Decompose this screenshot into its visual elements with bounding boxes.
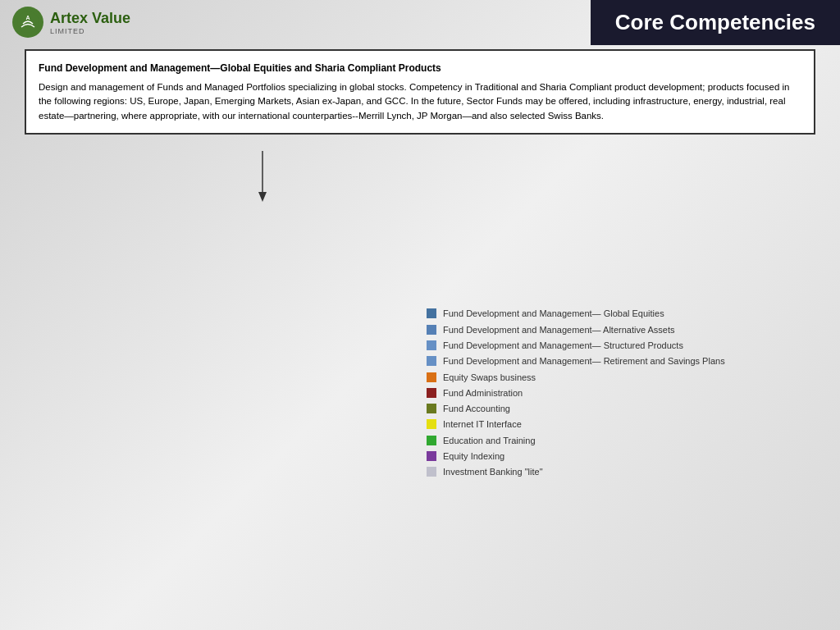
- legend-item-1: Fund Development and Management— Global …: [427, 308, 824, 319]
- legend-item-5: Equity Swaps business: [427, 372, 824, 383]
- description-body: Design and management of Funds and Manag…: [39, 80, 801, 123]
- legend-label-2: Fund Development and Management— Alterna…: [443, 324, 675, 336]
- description-box: Fund Development and Management—Global E…: [25, 49, 815, 135]
- legend-color-7: [427, 404, 436, 413]
- logo-icon: A: [12, 7, 43, 38]
- legend-item-4: Fund Development and Management— Retirem…: [427, 355, 824, 367]
- legend-color-10: [427, 451, 436, 461]
- svg-marker-3: [258, 192, 267, 202]
- legend-label-5: Equity Swaps business: [443, 372, 536, 383]
- legend-color-3: [427, 340, 436, 350]
- legend-label-9: Education and Training: [443, 435, 536, 446]
- logo-area: A Artex Value LIMITED: [12, 7, 130, 38]
- legend-item-9: Education and Training: [427, 435, 824, 446]
- legend-color-5: [427, 372, 436, 382]
- legend-item-7: Fund Accounting: [427, 403, 824, 414]
- legend-color-8: [427, 419, 436, 429]
- legend-item-2: Fund Development and Management— Alterna…: [427, 324, 824, 336]
- legend-label-6: Fund Administration: [443, 387, 523, 399]
- legend-label-10: Equity Indexing: [443, 450, 504, 462]
- legend-label-3: Fund Development and Management— Structu…: [443, 340, 683, 351]
- legend-item-6: Fund Administration: [427, 387, 824, 399]
- legend-color-11: [427, 467, 436, 477]
- logo-subtitle: LIMITED: [50, 27, 130, 35]
- legend-item-11: Investment Banking "lite": [427, 466, 824, 477]
- logo-text: Artex Value LIMITED: [50, 10, 130, 35]
- legend-label-7: Fund Accounting: [443, 403, 510, 414]
- chart-area: Fund Development and Management— Global …: [16, 172, 824, 614]
- slide: A Artex Value LIMITED Core Competencies …: [0, 0, 840, 630]
- pie-chart: [16, 192, 410, 594]
- callout-arrow: [230, 151, 295, 208]
- legend-color-1: [427, 308, 436, 318]
- legend-item-8: Internet IT Interface: [427, 418, 824, 430]
- legend-label-11: Investment Banking "lite": [443, 466, 543, 477]
- svg-text:A: A: [25, 15, 30, 21]
- logo-name: Artex Value: [50, 10, 130, 27]
- legend: Fund Development and Management— Global …: [410, 308, 824, 477]
- page-title: Core Competencies: [591, 0, 840, 45]
- description-title: Fund Development and Management—Global E…: [39, 61, 801, 75]
- legend-item-3: Fund Development and Management— Structu…: [427, 340, 824, 351]
- legend-color-6: [427, 388, 436, 398]
- legend-item-10: Equity Indexing: [427, 450, 824, 462]
- legend-color-2: [427, 325, 436, 335]
- legend-label-1: Fund Development and Management— Global …: [443, 308, 664, 319]
- legend-label-4: Fund Development and Management— Retirem…: [443, 355, 725, 367]
- legend-color-9: [427, 436, 436, 445]
- legend-label-8: Internet IT Interface: [443, 418, 522, 430]
- legend-color-4: [427, 356, 436, 366]
